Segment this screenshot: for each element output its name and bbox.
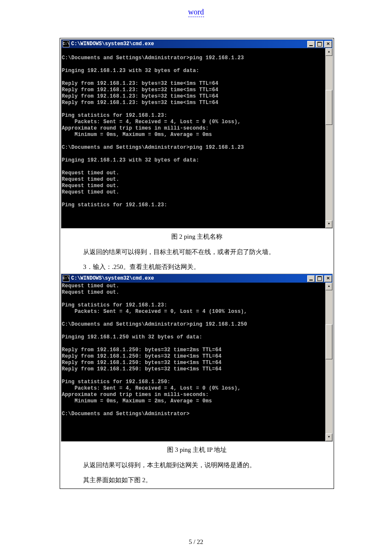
vertical-scrollbar[interactable]: ▴ ▾ (325, 283, 332, 441)
minimize-button[interactable] (307, 41, 315, 48)
page-header: word (0, 0, 392, 38)
scroll-up-button[interactable]: ▴ (326, 283, 332, 290)
window-buttons: ✕ (306, 40, 332, 48)
cmd-window-fig3: C:\ C:\WINDOWS\system32\cmd.exe ✕ Reques… (61, 274, 333, 442)
scroll-track[interactable] (326, 290, 332, 434)
page-number: 5 / 22 (0, 538, 392, 546)
paragraph: 从返回结果可以得到，本主机能到达网关，说明网络是通的。 (70, 459, 334, 471)
cmd-window-fig2: C:\ C:\WINDOWS\system32\cmd.exe ✕ C:\Doc… (61, 39, 333, 228)
figure-caption-2: 图 2 ping 主机名称 (60, 233, 334, 241)
vertical-scrollbar[interactable]: ▴ ▾ (325, 48, 332, 228)
cmd-client-area: Request timed out. Request timed out. Pi… (61, 283, 332, 441)
maximize-button[interactable] (316, 275, 323, 282)
minimize-button[interactable] (307, 275, 315, 282)
document-page: word C:\ C:\WINDOWS\system32\cmd.exe ✕ C… (0, 0, 392, 555)
window-title: C:\WINDOWS\system32\cmd.exe (71, 275, 306, 281)
scroll-thumb[interactable] (326, 90, 332, 125)
cmd-output: C:\Documents and Settings\Administrator>… (61, 48, 325, 228)
cmd-output: Request timed out. Request timed out. Pi… (61, 283, 325, 441)
scroll-down-button[interactable]: ▾ (326, 220, 332, 228)
scroll-up-button[interactable]: ▴ (326, 48, 332, 56)
scroll-thumb[interactable] (326, 324, 332, 359)
paragraph-step-3: 3．输入：.250。查看主机能否到达网关。 (70, 261, 334, 273)
header-link[interactable]: word (188, 8, 204, 17)
scroll-down-button[interactable]: ▾ (326, 434, 332, 441)
titlebar: C:\ C:\WINDOWS\system32\cmd.exe ✕ (61, 274, 332, 283)
window-title: C:\WINDOWS\system32\cmd.exe (71, 41, 306, 47)
scroll-track[interactable] (326, 56, 332, 220)
cmd-icon: C:\ (63, 275, 69, 282)
paragraph: 从返回的结果可以得到，目标主机可能不在线，或者开启了防火墙。 (70, 246, 334, 258)
close-button[interactable]: ✕ (324, 41, 332, 48)
close-button[interactable]: ✕ (324, 275, 332, 282)
content-frame: C:\ C:\WINDOWS\system32\cmd.exe ✕ C:\Doc… (60, 38, 334, 489)
cmd-client-area: C:\Documents and Settings\Administrator>… (61, 48, 332, 228)
maximize-button[interactable] (316, 41, 323, 48)
cmd-icon: C:\ (63, 40, 69, 47)
figure-caption-3: 图 3 ping 主机 IP 地址 (60, 446, 334, 454)
window-buttons: ✕ (306, 275, 332, 282)
paragraph: 其主界面如如如下图 2。 (70, 474, 334, 486)
titlebar: C:\ C:\WINDOWS\system32\cmd.exe ✕ (61, 40, 332, 48)
